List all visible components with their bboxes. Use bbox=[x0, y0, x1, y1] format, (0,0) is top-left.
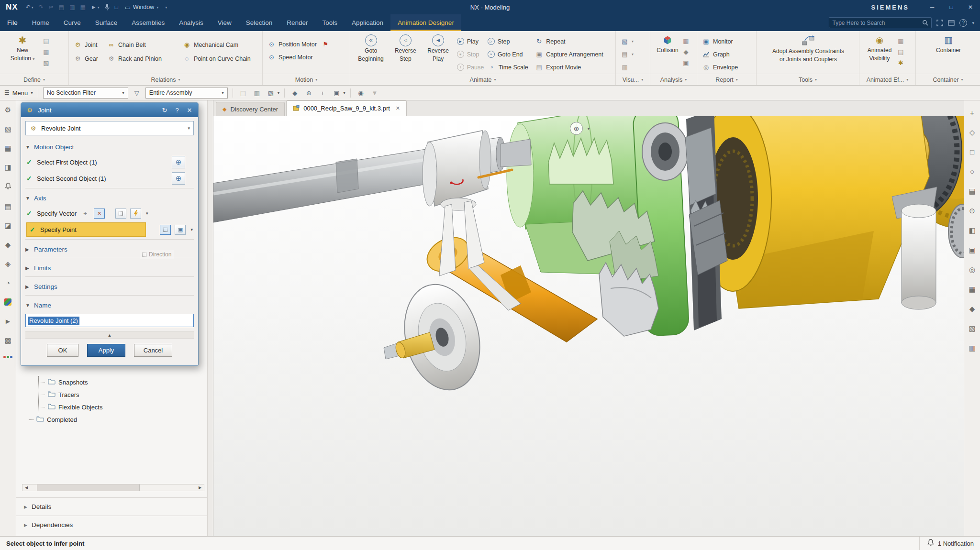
ribbon-tab-application[interactable]: Application bbox=[345, 14, 390, 31]
filter-options-icon[interactable]: ▽ bbox=[132, 88, 142, 98]
undo-button[interactable]: ↶▾ bbox=[26, 4, 33, 11]
speed-motor-button[interactable]: ⊙Speed Motor bbox=[266, 51, 348, 64]
visu-tool-3[interactable]: ▥ bbox=[619, 61, 631, 74]
alerts-bell-icon[interactable] bbox=[5, 183, 11, 191]
play-button[interactable]: ▶Play bbox=[455, 35, 485, 48]
snap-tool-icon-1[interactable]: ▦ bbox=[252, 88, 262, 98]
limits-section-header[interactable]: ▶Limits bbox=[25, 261, 194, 275]
motion-object-section-header[interactable]: ▼Motion Object bbox=[25, 140, 194, 154]
scroll-right-icon[interactable]: ▶ bbox=[196, 485, 204, 490]
ribbon-tab-render[interactable]: Render bbox=[279, 14, 315, 31]
redo-button[interactable]: ↷ bbox=[39, 4, 44, 11]
ribbon-tab-home[interactable]: Home bbox=[25, 14, 56, 31]
joint-type-dropdown[interactable]: ⚙ Revolute Joint ▾ bbox=[25, 121, 194, 135]
inferred-point-button[interactable]: ▣ bbox=[175, 225, 186, 235]
shadow-view-icon[interactable]: ▥ bbox=[969, 344, 975, 352]
select-first-object-button[interactable]: ⊕ bbox=[172, 156, 185, 168]
ribbon-options-caret[interactable]: ▾ bbox=[972, 21, 974, 25]
dialog-collapse-handle[interactable]: ▲ bbox=[25, 331, 194, 339]
search-input[interactable] bbox=[832, 20, 922, 26]
joint-name-input[interactable]: Revolute Joint (2) bbox=[25, 314, 194, 327]
define-option-icon-1[interactable]: ▤ bbox=[42, 37, 50, 45]
inferred-vector-button[interactable] bbox=[130, 209, 141, 219]
select-tool-icon-2[interactable]: ⊕ bbox=[303, 88, 314, 98]
selection-filter-dropdown[interactable]: No Selection Filter▾ bbox=[43, 88, 128, 99]
tools-group-label[interactable]: Tools▾ bbox=[757, 74, 859, 85]
analysis-group-label[interactable]: Analysis▾ bbox=[650, 74, 697, 85]
animated-option-icon-1[interactable]: ▦ bbox=[897, 37, 905, 45]
ribbon-tab-view[interactable]: View bbox=[211, 14, 239, 31]
rotate-view-icon[interactable]: ◎ bbox=[969, 266, 975, 273]
snap-point-icon[interactable]: ⊙ bbox=[969, 207, 975, 214]
copy-button[interactable]: ▤ bbox=[59, 4, 64, 11]
collision-button[interactable]: Collision bbox=[653, 33, 682, 67]
monitor-button[interactable]: ▣Monitor bbox=[700, 35, 754, 48]
animated-option-icon-2[interactable]: ▤ bbox=[897, 48, 905, 56]
selection-scope-dropdown[interactable]: Entire Assembly▾ bbox=[145, 88, 228, 99]
vector-cross-button[interactable]: ✕ bbox=[94, 209, 105, 219]
visualization-group-label[interactable]: Visu...▾ bbox=[616, 74, 650, 85]
section-view-icon[interactable]: ▧ bbox=[969, 325, 975, 332]
ribbon-tab-assemblies[interactable]: Assemblies bbox=[124, 14, 172, 31]
new-solution-button[interactable]: ✱ New Solution ▾ bbox=[3, 33, 42, 67]
close-button[interactable]: ✕ bbox=[961, 0, 980, 14]
fit-view-icon[interactable]: ▣ bbox=[969, 246, 975, 253]
specify-point-row[interactable]: ✓ Specify Point ▣ ▾ bbox=[25, 221, 194, 238]
cancel-button[interactable]: Cancel bbox=[134, 344, 172, 357]
fullscreen-icon[interactable] bbox=[936, 20, 943, 26]
circle-select-icon[interactable]: ○ bbox=[970, 168, 974, 175]
select-tool-icon-4[interactable]: ▣ bbox=[331, 88, 342, 98]
model-plate-bearing[interactable] bbox=[642, 123, 688, 180]
cut-button[interactable]: ✂ bbox=[49, 4, 54, 11]
tree-item-completed[interactable]: Completed bbox=[29, 413, 102, 426]
minimize-button[interactable]: ─ bbox=[923, 0, 942, 14]
dialog-help-icon[interactable]: ? bbox=[173, 107, 181, 114]
container-button[interactable]: ▥ Container bbox=[919, 33, 978, 54]
select-first-object-row[interactable]: ✓ Select First Object (1) ⊕ bbox=[25, 154, 194, 170]
scrollbar-thumb[interactable] bbox=[37, 484, 140, 491]
panel-horizontal-scrollbar[interactable]: ◀ ▶ bbox=[22, 484, 204, 491]
clipboard-tool-icon[interactable]: ▤ bbox=[238, 88, 248, 98]
snap-tools-caret[interactable]: ▾ bbox=[278, 90, 280, 95]
details-section[interactable]: ▶Details bbox=[16, 498, 207, 516]
vector-options-caret[interactable]: ▾ bbox=[146, 211, 148, 216]
point-on-curve-chain-button[interactable]: ◌Point on Curve Chain bbox=[181, 52, 265, 65]
grid-icon[interactable]: ▩ bbox=[4, 337, 11, 344]
notification-area[interactable]: 1 Notification bbox=[919, 537, 974, 550]
analysis-option-icon-1[interactable]: ▦ bbox=[682, 37, 690, 45]
window-menu[interactable]: ▭ Window ▾ bbox=[125, 4, 158, 11]
select-second-object-button[interactable]: ⊕ bbox=[172, 172, 185, 185]
ribbon-tab-analysis[interactable]: Analysis bbox=[172, 14, 210, 31]
window-layout-icon[interactable] bbox=[948, 20, 955, 26]
animated-option-icon-3[interactable]: ✱ bbox=[897, 59, 905, 67]
mechanical-cam-button[interactable]: ◉Mechanical Cam bbox=[181, 38, 265, 51]
reverse-play-button[interactable]: ◀ ReversePlay bbox=[422, 33, 454, 74]
microphone-icon[interactable] bbox=[105, 4, 110, 11]
tab-close-icon[interactable]: ✕ bbox=[396, 105, 400, 111]
analysis-option-icon-3[interactable]: ▣ bbox=[682, 59, 690, 67]
pause-button[interactable]: ‖Pause bbox=[455, 61, 485, 74]
define-group-label[interactable]: Define▾ bbox=[0, 74, 68, 85]
axis-section-header[interactable]: ▼Axis bbox=[25, 191, 194, 205]
container-group-label[interactable]: Container▾ bbox=[916, 74, 980, 85]
dialog-reset-icon[interactable]: ↻ bbox=[160, 107, 169, 114]
dialog-close-icon[interactable]: ✕ bbox=[185, 107, 194, 114]
specify-point-highlight[interactable]: ✓ Specify Point bbox=[26, 222, 146, 237]
relations-group-label[interactable]: Relations▾ bbox=[69, 74, 262, 85]
paste-button[interactable]: ▥ bbox=[69, 4, 75, 11]
selection-pointer-button[interactable]: ►▾ bbox=[91, 4, 100, 11]
tree-item-tracers[interactable]: Tracers bbox=[39, 388, 102, 401]
ribbon-tab-tools[interactable]: Tools bbox=[315, 14, 345, 31]
tree-item-flexible-objects[interactable]: Flexible Objects bbox=[39, 401, 102, 413]
layers-icon[interactable]: ▤ bbox=[969, 187, 975, 195]
animate-group-label[interactable]: Animate▾ bbox=[350, 74, 615, 85]
ribbon-tab-file[interactable]: File bbox=[0, 14, 25, 31]
select-tool-icon-3[interactable]: + bbox=[317, 88, 328, 98]
orientation-target-icon[interactable]: ⊕ bbox=[570, 122, 583, 135]
visu-tool-1[interactable]: ▧▾ bbox=[619, 35, 635, 48]
tab-discovery-center[interactable]: ◆ Discovery Center bbox=[216, 102, 285, 116]
search-icon[interactable] bbox=[922, 20, 928, 26]
view-tool-icon-1[interactable]: ◉ bbox=[356, 88, 366, 98]
orientation-widget[interactable]: ⊕ ▾ bbox=[570, 122, 592, 135]
export-movie-button[interactable]: ▤Export Movie bbox=[533, 61, 613, 74]
